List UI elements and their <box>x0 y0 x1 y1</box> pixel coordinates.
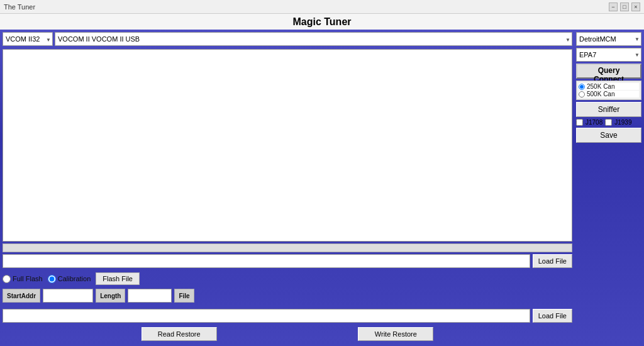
minimize-button[interactable]: − <box>609 3 618 11</box>
maximize-button[interactable]: □ <box>620 3 629 11</box>
top-bar: VCOM II32 VOCOM II VOCOM II USB <box>3 32 572 47</box>
log-area <box>3 49 572 242</box>
close-button[interactable]: × <box>631 3 640 11</box>
full-flash-radio[interactable] <box>3 275 11 283</box>
page-title: Magic Tuner <box>0 14 644 30</box>
flash-file-input[interactable] <box>3 254 530 268</box>
sniffer-button[interactable]: Sniffer <box>576 102 641 117</box>
flash-file-row: Load File <box>3 254 572 269</box>
title-bar: The Tuner − □ × <box>0 0 644 14</box>
radio-250k-text: 250K Can <box>587 83 614 90</box>
save-button[interactable]: Save <box>576 128 641 143</box>
spacer <box>3 305 572 307</box>
j1708-checkbox[interactable] <box>576 119 583 126</box>
flash-options-row: Full Flash Calibration Flash File <box>3 271 572 286</box>
content-area: VCOM II32 VOCOM II VOCOM II USB Load Fil… <box>0 30 644 346</box>
flash-file-button[interactable]: Flash File <box>96 272 140 285</box>
radio-250k-label: 250K Can <box>579 83 639 90</box>
radio-500k[interactable] <box>579 91 585 98</box>
vocom-select-wrapper: VOCOM II VOCOM II USB <box>55 32 572 47</box>
write-restore-button[interactable]: Write Restore <box>358 327 433 341</box>
progress-bar <box>3 243 572 252</box>
radio-250k[interactable] <box>579 84 585 90</box>
radio-500k-label: 500K Can <box>579 91 639 98</box>
full-flash-radio-label: Full Flash <box>3 275 43 283</box>
query-connect-button[interactable]: Query Connect <box>576 64 641 79</box>
port-select[interactable]: VCOM II32 <box>3 32 53 46</box>
epa-select-wrapper: EPA7 <box>576 48 641 62</box>
j1939-label: J1939 <box>614 119 631 126</box>
epa-select[interactable]: EPA7 <box>576 48 641 62</box>
right-panel: DetroitMCM EPA7 Query Connect 250K Can 5… <box>575 30 644 346</box>
length-label: Length <box>96 289 125 303</box>
detroit-select-wrapper: DetroitMCM <box>576 32 641 46</box>
read-restore-button[interactable]: Read Restore <box>142 327 217 341</box>
port-select-wrapper: VCOM II32 <box>3 32 53 47</box>
restore-load-file-button[interactable]: Load File <box>533 309 572 323</box>
load-file-button[interactable]: Load File <box>533 254 572 268</box>
vocom-select[interactable]: VOCOM II VOCOM II USB <box>55 32 572 46</box>
app-title: The Tuner <box>4 3 35 11</box>
full-flash-label: Full Flash <box>13 275 43 282</box>
calibration-radio-label: Calibration <box>48 275 91 283</box>
file-label: File <box>174 289 194 303</box>
restore-buttons-row: Read Restore Write Restore <box>3 326 572 343</box>
start-addr-input[interactable] <box>43 289 93 303</box>
start-addr-label: StartAddr <box>3 289 40 303</box>
radio-500k-text: 500K Can <box>587 91 614 98</box>
left-panel: VCOM II32 VOCOM II VOCOM II USB Load Fil… <box>0 30 575 346</box>
addr-row: StartAddr Length File <box>3 288 572 303</box>
restore-file-input[interactable] <box>3 309 530 323</box>
calibration-label: Calibration <box>58 275 91 282</box>
j-check-row: J1708 J1939 <box>576 119 641 126</box>
detroit-select[interactable]: DetroitMCM <box>576 32 641 46</box>
restore-file-row: Load File <box>3 309 572 324</box>
can-speed-group: 250K Can 500K Can <box>576 81 641 100</box>
calibration-radio[interactable] <box>48 275 56 283</box>
window-controls: − □ × <box>609 3 640 11</box>
restore-section: Load File Read Restore Write Restore <box>3 309 572 343</box>
length-input[interactable] <box>128 289 172 303</box>
j1939-checkbox[interactable] <box>605 119 612 126</box>
j1708-label: J1708 <box>586 119 602 126</box>
